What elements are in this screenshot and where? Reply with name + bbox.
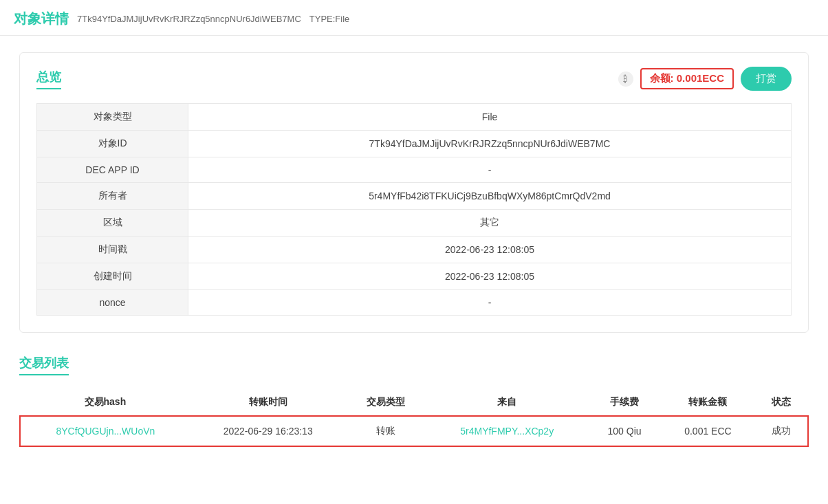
info-table: 对象类型 File 对象ID 7Tk94YfDaJMJijUvRvKrRJRZz… (36, 103, 792, 316)
object-id-header: 7Tk94YfDaJMJijUvRvKrRJRZzq5nncpNUr6JdiWE… (77, 14, 301, 24)
tx-column-header: 状态 (754, 389, 808, 416)
info-row-key: 区域 (37, 210, 188, 237)
object-type-header: TYPE:File (309, 14, 350, 24)
info-row: nonce - (37, 290, 792, 316)
tx-from-link[interactable]: 5r4MYfFMPY...XCp2y (460, 426, 554, 437)
tx-row: 8YCfQUGUjn...WUoVn2022-06-29 16:23:13转账5… (20, 416, 808, 446)
tx-type: 转账 (346, 416, 426, 446)
balance-label: 余额: (650, 72, 674, 84)
tx-status: 成功 (754, 416, 808, 446)
info-row-key: nonce (37, 290, 188, 316)
tx-time: 2022-06-29 16:23:13 (190, 416, 346, 446)
tx-column-header: 转账时间 (190, 389, 346, 416)
info-row: 对象ID 7Tk94YfDaJMJijUvRvKrRJRZzq5nncpNUr6… (37, 131, 792, 157)
transaction-section-title: 交易列表 (19, 355, 69, 375)
tx-column-header: 转账金额 (662, 389, 755, 416)
info-row: 时间戳 2022-06-23 12:08:05 (37, 237, 792, 263)
info-row: DEC APP ID - (37, 157, 792, 183)
info-row-key: 对象类型 (37, 104, 188, 131)
page-title: 对象详情 (14, 10, 69, 28)
info-row-key: 时间戳 (37, 237, 188, 263)
info-row-value: 7Tk94YfDaJMJijUvRvKrRJRZzq5nncpNUr6JdiWE… (188, 131, 792, 157)
info-row-value: 2022-06-23 12:08:05 (188, 237, 792, 263)
info-row-key: 创建时间 (37, 263, 188, 290)
tx-from[interactable]: 5r4MYfFMPY...XCp2y (426, 416, 588, 446)
balance-value: 0.001ECC (677, 72, 724, 84)
tx-column-header: 交易类型 (346, 389, 426, 416)
tx-header-row: 交易hash转账时间交易类型来自手续费转账金额状态 (20, 389, 808, 416)
tx-hash[interactable]: 8YCfQUGUjn...WUoVn (20, 416, 190, 446)
info-row-value: File (188, 104, 792, 131)
overview-header: 总览 ₿ 余额: 0.001ECC 打赏 (36, 67, 792, 91)
tip-button[interactable]: 打赏 (741, 67, 792, 91)
info-row-value: - (188, 157, 792, 183)
transaction-table: 交易hash转账时间交易类型来自手续费转账金额状态 8YCfQUGUjn...W… (19, 389, 809, 447)
info-row-value: 2022-06-23 12:08:05 (188, 263, 792, 290)
tx-column-header: 交易hash (20, 389, 190, 416)
balance-display: 余额: 0.001ECC (640, 68, 734, 89)
info-row: 区域 其它 (37, 210, 792, 237)
tx-column-header: 手续费 (587, 389, 661, 416)
page-header: 对象详情 7Tk94YfDaJMJijUvRvKrRJRZzq5nncpNUr6… (0, 0, 828, 36)
info-row-value: 其它 (188, 210, 792, 237)
main-content: 总览 ₿ 余额: 0.001ECC 打赏 对象类型 File 对象ID 7Tk9… (0, 36, 828, 463)
info-row-key: 所有者 (37, 183, 188, 210)
info-row-value: 5r4MYfFb42i8TFKUiCj9BzuBfbqWXyM86ptCmrQd… (188, 183, 792, 210)
tx-hash-link[interactable]: 8YCfQUGUjn...WUoVn (56, 426, 155, 437)
transaction-section: 交易列表 交易hash转账时间交易类型来自手续费转账金额状态 8YCfQUGUj… (19, 355, 809, 447)
overview-title: 总览 (36, 69, 61, 89)
overview-card: 总览 ₿ 余额: 0.001ECC 打赏 对象类型 File 对象ID 7Tk9… (19, 52, 809, 333)
balance-area: ₿ 余额: 0.001ECC 打赏 (618, 67, 792, 91)
info-row: 创建时间 2022-06-23 12:08:05 (37, 263, 792, 290)
tx-column-header: 来自 (426, 389, 588, 416)
bitcoin-icon: ₿ (618, 72, 633, 87)
tx-amount: 0.001 ECC (662, 416, 755, 446)
info-row: 对象类型 File (37, 104, 792, 131)
info-row-value: - (188, 290, 792, 316)
info-row-key: DEC APP ID (37, 157, 188, 183)
tx-fee: 100 Qiu (587, 416, 661, 446)
info-row: 所有者 5r4MYfFb42i8TFKUiCj9BzuBfbqWXyM86ptC… (37, 183, 792, 210)
info-row-key: 对象ID (37, 131, 188, 157)
